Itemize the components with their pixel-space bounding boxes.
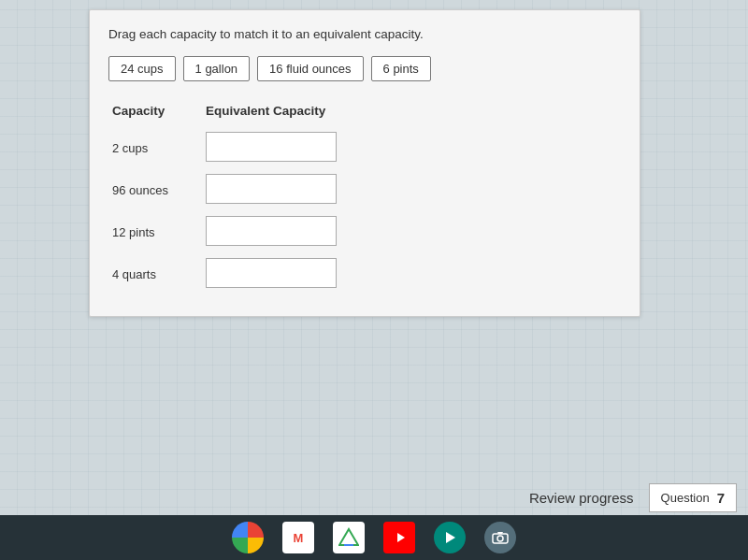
- drag-options-container: 24 cups 1 gallon 16 fluid ounces 6 pints: [108, 56, 621, 81]
- drop-box-2cups[interactable]: [206, 132, 337, 162]
- camera-icon[interactable]: [484, 522, 516, 553]
- drop-box-4quarts[interactable]: [206, 258, 337, 288]
- capacity-12pints: 12 pints: [108, 211, 202, 253]
- question-label: Question: [661, 491, 710, 505]
- taskbar: M: [0, 515, 748, 560]
- svg-marker-4: [446, 532, 455, 543]
- main-content: Drag each capacity to match it to an equ…: [0, 0, 748, 560]
- drop-cell-12pints[interactable]: [202, 211, 621, 253]
- capacity-4quarts: 4 quarts: [108, 253, 202, 295]
- drop-cell-96ounces[interactable]: [202, 169, 621, 211]
- play-icon[interactable]: [434, 522, 466, 553]
- capacity-96ounces: 96 ounces: [108, 169, 202, 211]
- capacity-2cups: 2 cups: [108, 127, 202, 169]
- question-number: 7: [717, 490, 725, 506]
- drop-cell-4quarts[interactable]: [202, 253, 621, 295]
- drag-chip-1gallon[interactable]: 1 gallon: [183, 56, 251, 81]
- question-indicator: Question 7: [649, 483, 737, 512]
- drive-icon[interactable]: [333, 522, 365, 553]
- svg-marker-7: [497, 532, 503, 534]
- drag-chip-6pints[interactable]: 6 pints: [371, 56, 431, 81]
- matching-table: Capacity Equivalent Capacity 2 cups 96 o…: [108, 100, 621, 295]
- drop-box-12pints[interactable]: [206, 216, 337, 246]
- col-capacity-header: Capacity: [108, 100, 202, 127]
- table-row: 12 pints: [108, 211, 621, 253]
- drop-cell-2cups[interactable]: [202, 127, 621, 169]
- gmail-icon[interactable]: M: [282, 522, 314, 553]
- chrome-icon[interactable]: [232, 522, 264, 553]
- col-equivalent-header: Equivalent Capacity: [202, 100, 621, 127]
- table-row: 2 cups: [108, 127, 621, 169]
- youtube-icon[interactable]: [383, 522, 415, 553]
- instruction-text: Drag each capacity to match it to an equ…: [108, 27, 621, 41]
- review-progress-button[interactable]: Review progress: [514, 482, 649, 513]
- table-row: 4 quarts: [108, 253, 621, 295]
- bottom-bar: Review progress Question 7: [514, 482, 748, 513]
- drag-chip-16fluidounces[interactable]: 16 fluid ounces: [257, 56, 363, 81]
- drop-box-96ounces[interactable]: [206, 174, 337, 204]
- drag-chip-24cups[interactable]: 24 cups: [108, 56, 176, 81]
- svg-point-6: [497, 536, 503, 541]
- table-row: 96 ounces: [108, 169, 621, 211]
- question-card: Drag each capacity to match it to an equ…: [89, 9, 640, 317]
- svg-marker-0: [339, 529, 358, 545]
